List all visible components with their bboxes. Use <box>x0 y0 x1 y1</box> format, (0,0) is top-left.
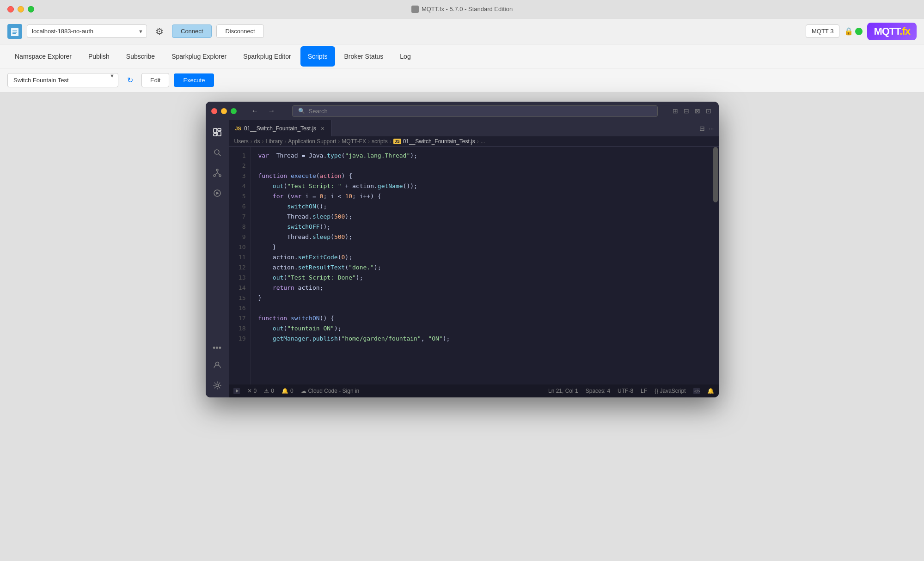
svg-marker-18 <box>216 192 219 195</box>
search-icon: 🔍 <box>298 108 305 114</box>
breadcrumb-library[interactable]: Library <box>266 138 283 145</box>
refresh-button[interactable]: ↻ <box>123 73 137 87</box>
more-actions-button[interactable]: ··· <box>709 125 714 132</box>
main-toolbar: localhost-1883-no-auth ▼ ⚙ Connect Disco… <box>0 18 924 44</box>
activity-bar: ••• <box>206 120 229 397</box>
svg-point-11 <box>216 169 218 171</box>
editor-forward-button[interactable]: → <box>264 105 279 117</box>
statusbar-left: ✕ 0 ⚠ 0 🔔 0 ☁ Cloud Cod <box>233 388 360 394</box>
breadcrumb-filename[interactable]: 01__Switch_Fountain_Test.js <box>403 138 475 145</box>
split-editor-button[interactable]: ⊟ <box>699 125 705 132</box>
code-line-9: Thread.sleep(500); <box>258 232 705 242</box>
statusbar-errors[interactable]: ✕ 0 <box>247 388 257 394</box>
activity-search-icon[interactable] <box>209 144 226 161</box>
statusbar-notifications[interactable]: 🔔 0 <box>281 388 294 394</box>
svg-point-12 <box>214 175 215 177</box>
editor-scrollbar[interactable] <box>712 147 719 384</box>
code-line-18: out("fountain ON"); <box>258 323 705 334</box>
code-line-15: } <box>258 293 705 303</box>
scrollbar-thumb[interactable] <box>713 147 718 202</box>
connection-status: 🔒 <box>844 27 863 36</box>
disconnect-button[interactable]: Disconnect <box>216 24 263 38</box>
editor-back-button[interactable]: ← <box>248 105 263 117</box>
breadcrumb-scripts[interactable]: scripts <box>372 138 388 145</box>
breadcrumb-ellipsis[interactable]: ... <box>481 138 485 145</box>
layout-btn-4[interactable]: ⊡ <box>704 105 713 116</box>
nav-item-namespace-explorer[interactable]: Namspace Explorer <box>7 46 79 67</box>
code-line-7: Thread.sleep(500); <box>258 212 705 222</box>
maximize-button[interactable] <box>28 6 34 12</box>
nav-item-broker-status[interactable]: Broker Status <box>337 46 391 67</box>
nav-item-scripts[interactable]: Scripts <box>300 46 335 67</box>
tab-filename: 01__Switch_Fountain_Test.js <box>244 125 316 132</box>
editor-nav-buttons: ← → <box>248 105 279 117</box>
vscode-close-button[interactable] <box>211 108 217 114</box>
language-indicator[interactable]: {} JavaScript <box>655 388 685 394</box>
warning-icon: ⚠ <box>264 388 269 394</box>
vscode-minimize-button[interactable] <box>221 108 227 114</box>
activity-run-icon[interactable] <box>209 185 226 201</box>
editor-search-bar[interactable]: 🔍 Search <box>292 105 658 117</box>
activity-settings-icon[interactable] <box>209 377 226 394</box>
layout-btn-2[interactable]: ⊟ <box>682 105 691 116</box>
nav-item-sparkplug-editor[interactable]: Sparkplug Editor <box>236 46 299 67</box>
statusbar-code-icon[interactable]: </> <box>693 388 700 394</box>
activity-explorer-icon[interactable] <box>209 124 226 140</box>
statusbar-warnings[interactable]: ⚠ 0 <box>264 388 274 394</box>
activity-account-icon[interactable] <box>209 357 226 373</box>
nav-item-publish[interactable]: Publish <box>81 46 117 67</box>
connection-selector[interactable]: localhost-1883-no-auth ▼ <box>27 24 147 38</box>
cursor-position[interactable]: Ln 21, Col 1 <box>548 388 578 394</box>
code-line-1: var Thread = Java.type("java.lang.Thread… <box>258 151 705 161</box>
layout-btn-3[interactable]: ⊠ <box>693 105 702 116</box>
close-button[interactable] <box>7 6 14 12</box>
spaces-indicator[interactable]: Spaces: 4 <box>586 388 610 394</box>
statusbar-bell-icon[interactable]: 🔔 <box>707 388 714 394</box>
nav-item-log[interactable]: Log <box>392 46 418 67</box>
breadcrumb-mqttfx[interactable]: MQTT-FX <box>342 138 366 145</box>
navigation-bar: Namspace Explorer Publish Subscribe Spar… <box>0 44 924 68</box>
svg-rect-0 <box>411 6 419 13</box>
code-content[interactable]: var Thread = Java.type("java.lang.Thread… <box>251 147 712 384</box>
tab-close-icon[interactable]: × <box>321 125 324 132</box>
code-line-10: } <box>258 242 705 252</box>
breadcrumb: Users › ds › Library › Application Suppo… <box>229 136 719 147</box>
vscode-titlebar: ← → 🔍 Search ⊞ ⊟ ⊠ ⊡ <box>206 102 719 120</box>
connect-button[interactable]: Connect <box>172 24 212 38</box>
nav-item-sparkplug-explorer[interactable]: Sparkplug Explorer <box>164 46 234 67</box>
settings-button[interactable]: ⚙ <box>152 24 167 39</box>
activity-git-icon[interactable] <box>209 165 226 181</box>
edit-button[interactable]: Edit <box>141 73 169 87</box>
connection-select-input[interactable]: localhost-1883-no-auth <box>27 24 147 38</box>
connection-file-icon <box>7 24 22 39</box>
encoding-indicator[interactable]: UTF-8 <box>618 388 633 394</box>
eol-indicator[interactable]: LF <box>641 388 647 394</box>
editor-tab-file[interactable]: JS 01__Switch_Fountain_Test.js × <box>229 120 332 136</box>
svg-line-10 <box>219 154 220 156</box>
minimize-button[interactable] <box>18 6 24 12</box>
code-editor[interactable]: 12345 678910 1112131415 16171819 var Thr… <box>229 147 719 384</box>
title-bar: MQTT.fx - 5.7.0 - Standard Edition <box>0 0 924 18</box>
svg-rect-6 <box>218 128 221 131</box>
breadcrumb-appsupport[interactable]: Application Support <box>288 138 336 145</box>
script-selector[interactable]: Switch Fountain Test ▼ <box>7 73 118 87</box>
vscode-maximize-button[interactable] <box>231 108 237 114</box>
lock-icon: 🔒 <box>844 27 853 36</box>
svg-point-20 <box>216 384 219 387</box>
tab-js-icon: JS <box>235 126 241 131</box>
nav-item-subscribe[interactable]: Subscribe <box>119 46 162 67</box>
breadcrumb-file-icon: JS <box>393 139 401 144</box>
execute-button[interactable]: Execute <box>174 73 214 87</box>
layout-btn-1[interactable]: ⊞ <box>671 105 680 116</box>
app-icon <box>411 6 419 13</box>
code-line-8: switchOFF(); <box>258 222 705 232</box>
breadcrumb-ds[interactable]: ds <box>254 138 260 145</box>
svg-rect-2 <box>12 30 17 31</box>
statusbar-run-icon[interactable] <box>233 388 240 394</box>
code-line-13: out("Test Script: Done"); <box>258 273 705 283</box>
breadcrumb-users[interactable]: Users <box>234 138 249 145</box>
script-select-input[interactable]: Switch Fountain Test <box>7 73 118 87</box>
statusbar-cloud[interactable]: ☁ Cloud Code - Sign in <box>301 388 360 394</box>
svg-line-16 <box>217 173 220 175</box>
activity-more-icon[interactable]: ••• <box>213 343 221 353</box>
